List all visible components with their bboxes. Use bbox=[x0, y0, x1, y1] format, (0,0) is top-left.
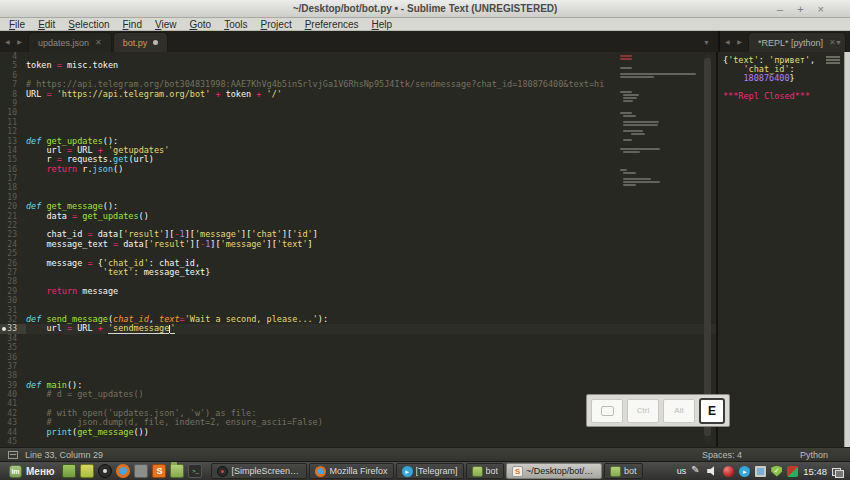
keyboard-layout[interactable]: us bbox=[677, 466, 687, 476]
folder-icon[interactable] bbox=[170, 464, 184, 478]
minimap[interactable] bbox=[620, 55, 700, 190]
code-line[interactable]: 44 print(get_message()) bbox=[0, 428, 716, 437]
status-bar: Line 33, Column 29 Spaces: 4 Python bbox=[0, 447, 850, 461]
update-icon[interactable] bbox=[787, 466, 798, 477]
code-line[interactable]: 5token = misc.token bbox=[0, 61, 716, 70]
drop-icon[interactable] bbox=[723, 466, 734, 477]
recorder-icon[interactable] bbox=[98, 464, 112, 478]
start-menu-button[interactable]: lm Меню bbox=[4, 463, 59, 480]
tab-close-icon[interactable]: ✕ bbox=[95, 38, 102, 47]
line-number: 21 bbox=[0, 212, 26, 221]
taskbar-window--desktop-bot-b-[interactable]: S~/Desktop/bot/b... bbox=[506, 463, 602, 479]
menubar: FileEditSelectionFindViewGotoToolsProjec… bbox=[0, 18, 850, 31]
code-line[interactable]: 11 bbox=[0, 118, 716, 127]
menu-item-edit[interactable]: Edit bbox=[38, 19, 55, 30]
code-line[interactable]: 9 bbox=[0, 99, 716, 108]
code-line[interactable]: 37 bbox=[0, 362, 716, 371]
taskbar-window-label: [Telegram] bbox=[416, 466, 458, 476]
taskbar-window--simplescreenr-[interactable]: [SimpleScreenR... bbox=[211, 463, 307, 479]
menu-item-view[interactable]: View bbox=[155, 19, 177, 30]
terminal-icon[interactable]: >_ bbox=[188, 464, 202, 478]
minimap-line bbox=[631, 133, 645, 135]
repl-tab-scroll-arrows-icon[interactable]: ◀ ▶ bbox=[720, 38, 748, 52]
code-line[interactable]: 30 bbox=[0, 296, 716, 305]
taskbar-window--telegram-[interactable]: ▸[Telegram] bbox=[396, 463, 464, 479]
tab-bot.py[interactable]: bot.py bbox=[113, 32, 169, 52]
display-icon[interactable] bbox=[755, 466, 766, 477]
repl-scrollbar[interactable] bbox=[844, 52, 850, 447]
line-number: 6 bbox=[0, 71, 26, 80]
input-icon[interactable] bbox=[134, 464, 148, 478]
taskbar-window-bot[interactable]: bot bbox=[604, 463, 643, 479]
line-number: 20 bbox=[0, 202, 26, 211]
screenshot-icon[interactable] bbox=[80, 464, 94, 478]
volume-icon[interactable] bbox=[707, 466, 718, 477]
code-line[interactable]: 29 return message bbox=[0, 287, 716, 296]
repl-panel[interactable]: {'text': 'привет', 'chat_id': 180876400}… bbox=[718, 52, 850, 447]
repl-tab-label: *REPL* [python] bbox=[758, 38, 823, 48]
menu-item-preferences[interactable]: Preferences bbox=[305, 19, 359, 30]
minimap-line bbox=[620, 112, 632, 114]
taskbar-window-bot[interactable]: bot bbox=[466, 463, 505, 479]
menu-item-tools[interactable]: Tools bbox=[224, 19, 247, 30]
code-line[interactable]: 21 data = get_updates() bbox=[0, 212, 716, 221]
code-line[interactable]: 24 message_text = data['result'][-1]['me… bbox=[0, 240, 716, 249]
code-editor[interactable]: 45token = misc.token67# https://api.tele… bbox=[0, 52, 718, 447]
minimap-line bbox=[623, 115, 637, 117]
taskbar-window-label: Mozilla Firefox bbox=[329, 466, 387, 476]
editor-body: 45token = misc.token67# https://api.tele… bbox=[0, 52, 850, 447]
indent-setting[interactable]: Spaces: 4 bbox=[702, 450, 742, 460]
syntax-mode[interactable]: Python bbox=[800, 450, 828, 460]
tab-repl[interactable]: *REPL* [python] ✕ bbox=[748, 32, 846, 52]
tab-scroll-arrows-icon[interactable]: ◀ ▶ bbox=[0, 38, 28, 52]
line-number: 35 bbox=[0, 343, 26, 352]
telegram-icon[interactable]: ▸ bbox=[739, 466, 750, 477]
pen-icon[interactable] bbox=[691, 466, 702, 477]
windows-stack-icon[interactable] bbox=[832, 466, 844, 477]
show-desktop-icon[interactable] bbox=[62, 464, 76, 478]
code-line[interactable]: 18 bbox=[0, 183, 716, 192]
minimize-button[interactable]: – bbox=[777, 4, 783, 14]
code-line[interactable]: 10 bbox=[0, 108, 716, 117]
minimap-line bbox=[620, 67, 632, 69]
menu-item-selection[interactable]: Selection bbox=[68, 19, 109, 30]
clock[interactable]: 15:48 bbox=[803, 466, 827, 477]
line-number: 23 bbox=[0, 230, 26, 239]
menu-item-help[interactable]: Help bbox=[372, 19, 393, 30]
line-number: 44 bbox=[0, 428, 26, 437]
close-button[interactable]: × bbox=[818, 4, 824, 14]
repl-line: 180876400} bbox=[723, 74, 850, 83]
code-line[interactable]: 38 bbox=[0, 371, 716, 380]
status-console-icon[interactable] bbox=[8, 451, 18, 459]
line-number: 34 bbox=[0, 334, 26, 343]
taskbar-window-mozilla-firefox[interactable]: Mozilla Firefox bbox=[309, 463, 393, 479]
repl-tab-overflow-icon[interactable]: ▼ bbox=[835, 39, 842, 46]
code-line[interactable]: 35 bbox=[0, 343, 716, 352]
code-line[interactable]: 34 bbox=[0, 334, 716, 343]
menu-item-file[interactable]: File bbox=[9, 19, 25, 30]
repl-minimap bbox=[826, 56, 840, 65]
shield-icon[interactable]: ✓ bbox=[771, 466, 782, 477]
editor-scrollbar[interactable] bbox=[704, 54, 711, 444]
code-line[interactable]: 17 bbox=[0, 174, 716, 183]
firefox-icon[interactable] bbox=[116, 464, 130, 478]
tab-overflow-icon[interactable]: ▼ bbox=[703, 39, 710, 46]
line-number: 7 bbox=[0, 80, 26, 89]
code-line[interactable]: 36 bbox=[0, 353, 716, 362]
menu-item-find[interactable]: Find bbox=[123, 19, 142, 30]
code-line[interactable]: 8URL = 'https://api.telegram.org/bot' + … bbox=[0, 90, 716, 99]
tab-group-repl: ◀ ▶ *REPL* [python] ✕ ▼ bbox=[718, 31, 850, 52]
tab-updates.json[interactable]: updates.json✕ bbox=[28, 32, 112, 52]
line-number: 18 bbox=[0, 183, 26, 192]
code-line[interactable]: 16 return r.json() bbox=[0, 165, 716, 174]
menu-item-goto[interactable]: Goto bbox=[189, 19, 211, 30]
menu-item-project[interactable]: Project bbox=[261, 19, 292, 30]
minimap-line bbox=[620, 55, 632, 57]
code-line[interactable]: 27 'text': message_text} bbox=[0, 268, 716, 277]
line-number: 13 bbox=[0, 137, 26, 146]
code-line[interactable]: 45 bbox=[0, 437, 716, 446]
sublime-icon[interactable]: S bbox=[152, 464, 166, 478]
editor-scrollbar-thumb[interactable] bbox=[704, 58, 711, 436]
maximize-button[interactable]: + bbox=[797, 4, 803, 14]
code-line[interactable]: 33 url = URL + 'sendmessage' bbox=[0, 324, 716, 333]
